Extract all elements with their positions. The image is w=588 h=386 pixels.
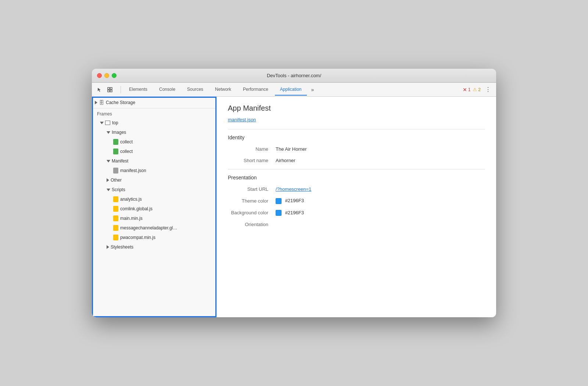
error-badge[interactable]: ✕ 1 [463,87,471,93]
images-folder[interactable]: Images [92,128,216,137]
tab-performance[interactable]: Performance [238,84,273,96]
name-label: Name [228,146,276,152]
identity-heading: Identity [228,135,485,140]
tab-network[interactable]: Network [210,84,236,96]
theme-color-field-row: Theme color #2196F3 [228,198,485,204]
main-panel: App Manifest manifest.json Identity Name… [217,97,496,317]
top-expand-icon[interactable] [100,122,104,124]
main-content: 🗄 Cache Storage Frames top Images collec… [92,97,496,317]
collect-file-2[interactable]: collect [92,147,216,156]
scripts-folder[interactable]: Scripts [92,185,216,194]
manifest-folder-label: Manifest [112,158,128,164]
script-file-main[interactable]: main.min.js [92,214,216,223]
frames-top-item[interactable]: top [92,118,216,128]
green-file-icon-1 [113,139,118,145]
orientation-label: Orientation [228,222,276,227]
theme-color-swatch[interactable] [276,198,282,204]
bg-color-swatch[interactable] [276,210,282,216]
gray-file-icon [113,168,118,174]
bg-color-field-row: Background color #2196F3 [228,210,485,216]
other-folder[interactable]: Other [92,175,216,185]
bg-color-value: #2196F3 [276,210,304,216]
tab-sources[interactable]: Sources [182,84,208,96]
theme-color-value: #2196F3 [276,198,304,204]
svg-rect-3 [110,90,112,92]
toolbar-icons [95,85,115,94]
yellow-file-icon-4 [113,225,118,231]
svg-rect-0 [108,87,110,89]
toolbar-divider [121,86,121,93]
cursor-icon[interactable] [95,85,104,94]
warning-badge[interactable]: ⚠ 2 [473,87,481,92]
devtools-menu-button[interactable]: ⋮ [483,85,493,94]
tab-elements[interactable]: Elements [124,84,153,96]
cache-storage-expand-icon[interactable] [95,101,97,104]
stylesheets-folder[interactable]: Stylesheets [92,242,216,252]
theme-color-label: Theme color [228,198,276,204]
inspect-icon[interactable] [105,85,115,94]
bg-color-label: Background color [228,210,276,215]
start-url-field-row: Start URL /?homescreen=1 [228,186,485,192]
frames-section-label: Frames [92,108,216,118]
frame-icon [105,121,110,125]
warning-count: 2 [478,87,481,92]
script-file-comlink[interactable]: comlink.global.js [92,204,216,214]
stylesheets-label: Stylesheets [111,244,133,250]
collect2-label: collect [120,149,133,154]
yellow-file-icon-1 [113,196,118,202]
tab-console[interactable]: Console [154,84,180,96]
manifest-file-label: manifest.json [120,168,146,173]
sidebar: 🗄 Cache Storage Frames top Images collec… [92,97,217,317]
top-label: top [112,120,118,125]
start-url-value: /?homescreen=1 [276,186,311,192]
theme-color-text: #2196F3 [285,198,304,203]
images-expand-icon[interactable] [107,131,110,134]
manifest-link[interactable]: manifest.json [228,117,485,122]
start-url-label: Start URL [228,186,276,192]
name-field-row: Name The Air Horner [228,146,485,152]
manifest-json-file[interactable]: manifest.json [92,166,216,175]
more-tabs-button[interactable]: » [308,85,317,94]
manifest-expand-icon[interactable] [107,160,110,162]
toolbar: Elements Console Sources Network Perform… [92,83,496,97]
presentation-heading: Presentation [228,175,485,181]
script-file-messagechannel[interactable]: messagechanneladapter.globa [92,223,216,233]
manifest-folder[interactable]: Manifest [92,156,216,166]
database-icon: 🗄 [99,100,104,106]
script-main-label: main.min.js [120,216,143,221]
other-label: Other [111,178,122,183]
cache-storage-row[interactable]: 🗄 Cache Storage [92,97,216,108]
stylesheets-expand-icon[interactable] [107,245,109,249]
close-button[interactable] [97,73,102,78]
script-messagechannel-label: messagechanneladapter.globa [120,225,179,230]
short-name-label: Short name [228,158,276,163]
yellow-file-icon-5 [113,235,118,240]
svg-rect-1 [110,87,112,89]
script-pwacompat-label: pwacompat.min.js [120,235,155,240]
script-file-pwacompat[interactable]: pwacompat.min.js [92,233,216,242]
collect1-label: collect [120,139,133,144]
scripts-expand-icon[interactable] [107,189,110,191]
start-url-link[interactable]: /?homescreen=1 [276,186,311,192]
tab-application[interactable]: Application [275,84,307,96]
separator-2 [228,169,485,169]
warning-icon: ⚠ [473,87,477,92]
script-file-analytics[interactable]: analytics.js [92,194,216,204]
bg-color-text: #2196F3 [285,210,304,215]
green-file-icon-2 [113,149,118,154]
collect-file-1[interactable]: collect [92,137,216,147]
title-bar: DevTools - airhorner.com/ [92,69,496,83]
short-name-value: Airhorner [276,158,295,163]
name-value: The Air Horner [276,146,307,152]
maximize-button[interactable] [112,73,116,78]
traffic-lights [97,73,116,78]
yellow-file-icon-2 [113,206,118,212]
error-count: 1 [468,87,471,92]
toolbar-right: ✕ 1 ⚠ 2 ⋮ [463,85,493,94]
panel-title: App Manifest [228,104,485,112]
svg-rect-2 [108,90,110,92]
minimize-button[interactable] [104,73,109,78]
other-expand-icon[interactable] [107,178,109,182]
images-label: Images [112,130,126,135]
short-name-field-row: Short name Airhorner [228,158,485,163]
